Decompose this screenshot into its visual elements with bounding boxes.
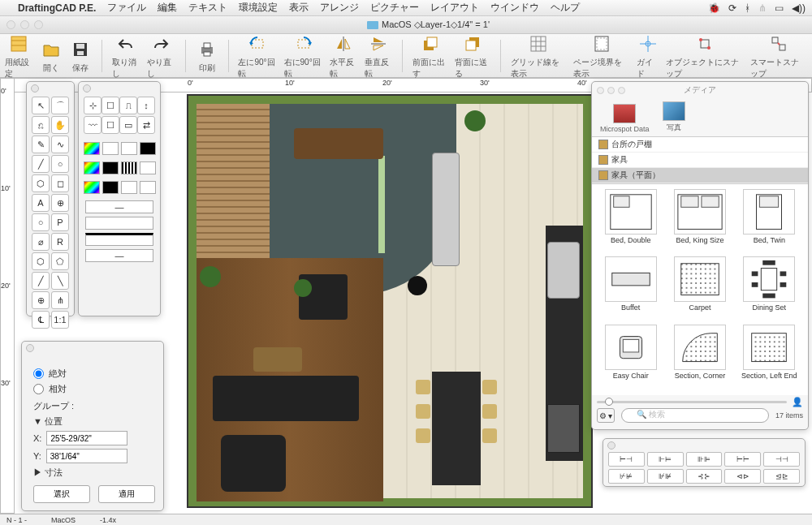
arc-tool[interactable]: ⌒ [51, 97, 69, 114]
media-item-buffet[interactable]: Buffet [597, 256, 664, 322]
toolbar-rotate-right[interactable]: 右に90°回転 [284, 32, 323, 80]
polygon-tool[interactable]: ⬡ [32, 174, 50, 192]
wifi-icon[interactable]: ⋔ [758, 2, 767, 14]
rect-tool[interactable]: ◻ [51, 174, 69, 192]
media-item-carpet[interactable]: Carpet [666, 256, 733, 322]
absolute-radio[interactable]: 絶対 [33, 368, 155, 380]
dim-style-10[interactable]: ⊴⊵ [763, 469, 800, 484]
line-thin[interactable] [85, 217, 153, 230]
radius-tool[interactable]: R [51, 233, 69, 251]
media-item-bed-twin[interactable]: Bed, Twin [736, 189, 803, 255]
menu-view[interactable]: 表示 [289, 1, 309, 15]
color-picker-fill[interactable] [84, 142, 100, 155]
dim-style-6[interactable]: ⊬⊭ [608, 469, 645, 484]
text-bg[interactable] [121, 181, 137, 194]
star-tool[interactable]: ⬠ [51, 252, 69, 270]
text-color[interactable] [102, 181, 119, 194]
menu-help[interactable]: ヘルプ [551, 1, 580, 15]
media-category[interactable]: 家具 [592, 153, 808, 168]
fill-white[interactable] [102, 142, 119, 155]
dim-style-9[interactable]: ⊲⊳ [724, 469, 761, 484]
close-icon[interactable] [26, 344, 34, 352]
menu-layout[interactable]: レイアウト [430, 1, 479, 15]
toolbar-snap-object[interactable]: オブジェクトにスナップ [666, 32, 744, 80]
media-item-bed-king[interactable]: Bed, King Size [666, 189, 733, 255]
toolbar-redo[interactable]: やり直し [147, 32, 175, 80]
toolbar-smart-snap[interactable]: スマートスナップ [750, 32, 807, 80]
bug-icon[interactable]: 🐞 [708, 2, 720, 14]
toolbar-flip-vertical[interactable]: 垂直反転 [365, 32, 393, 80]
ellipse-tool[interactable]: ○ [32, 213, 50, 231]
stroke-tool[interactable]: ⎍ [119, 97, 137, 114]
panel-traffic-lights[interactable] [597, 87, 625, 94]
thumbnail-size-slider[interactable]: 👤 [597, 397, 803, 407]
media-search-input[interactable]: 🔍 検索 [621, 408, 769, 423]
y-input[interactable] [46, 449, 127, 463]
relative-radio[interactable]: 相対 [33, 383, 155, 395]
bluetooth-icon[interactable]: ᚼ [745, 2, 750, 14]
toolbar-open[interactable]: 開く [40, 38, 63, 74]
media-category[interactable]: 台所の戸棚 [592, 137, 808, 153]
media-item-dining-set[interactable]: Dining Set [736, 256, 803, 322]
media-category-selected[interactable]: 家具（平面） [592, 168, 808, 183]
marquee-tool[interactable]: ⎌ [32, 116, 50, 134]
centerline-tool[interactable]: ℄ [32, 311, 50, 329]
position-label[interactable]: 位置 [45, 416, 63, 426]
line-end-arrow[interactable]: — [85, 249, 153, 262]
dim-style-7[interactable]: ⊮⊯ [647, 469, 684, 484]
dimension-label[interactable]: 寸法 [45, 467, 63, 477]
stroke-none[interactable] [140, 161, 156, 174]
arrow-tool[interactable]: ↕ [137, 97, 155, 114]
diameter-tool[interactable]: ⌀ [32, 233, 50, 251]
polygon2-tool[interactable]: ⬡ [32, 252, 50, 270]
toolbar-page-setup[interactable]: 用紙設定 [5, 32, 33, 80]
fill-none[interactable] [121, 142, 137, 155]
coordinates-panel[interactable]: 絶対 相対 グループ : ▼ 位置 X: Y: ▶ 寸法 選択 適用 [21, 341, 164, 511]
dim-style-4[interactable]: ⊢⊢ [724, 452, 761, 467]
toolbar-guides[interactable]: ガイド [637, 32, 659, 80]
color-picker-stroke[interactable] [84, 161, 100, 174]
media-item-section-corner[interactable]: Section, Corner [666, 325, 733, 390]
window-traffic-lights[interactable] [6, 20, 43, 29]
toolbar-show-grid[interactable]: グリッド線を表示 [511, 32, 568, 80]
media-library-panel[interactable]: メディア Microspot Data 写真 台所の戸棚 家具 家具（平面） B… [591, 81, 809, 430]
dim-style-3[interactable]: ⊪⊫ [686, 452, 723, 467]
vertical-ruler[interactable]: 0' 10' 20' 30' [0, 78, 15, 514]
attributes-palette[interactable]: ⊹ ☐ ⎍ ↕ 〰 ☐ ▭ ⇄ — — [78, 81, 161, 316]
text-tool[interactable]: A [32, 194, 50, 212]
x-input[interactable] [46, 431, 127, 445]
toolbar-bring-front[interactable]: 前面に出す [412, 32, 448, 80]
toolbar-save[interactable]: 保存 [69, 38, 92, 74]
menu-arrange[interactable]: アレンジ [320, 1, 359, 15]
menu-window[interactable]: ウインドウ [490, 1, 539, 15]
rect3-tool[interactable]: ▭ [119, 116, 137, 134]
parallel-line-tool[interactable]: ╱ [32, 272, 50, 290]
media-item-section-left[interactable]: Section, Left End [736, 325, 803, 390]
media-settings-button[interactable]: ⚙ ▾ [597, 408, 615, 423]
swap-tool[interactable]: ⇄ [137, 116, 155, 134]
toolbar-rotate-left[interactable]: 左に90°回転 [238, 32, 277, 80]
close-icon[interactable] [31, 84, 39, 93]
center-tool[interactable]: ⊕ [32, 291, 50, 309]
toolbar-show-page-bounds[interactable]: ページ境界を表示 [573, 32, 630, 80]
menu-edit[interactable]: 編集 [158, 1, 177, 15]
parallel-tool[interactable]: P [51, 213, 69, 231]
pen-tool[interactable]: ✎ [32, 136, 50, 153]
align-tool[interactable]: ⊹ [84, 97, 102, 114]
drawing-tools-palette[interactable]: ↖ ⌒ ⎌ ✋ ✎ ∿ ╱ ○ ⬡ ◻ A ⊕ ○ P ⌀ R ⬡ ⬠ ╱ ╲ … [26, 81, 75, 316]
menu-picture[interactable]: ピクチャー [370, 1, 419, 15]
close-icon[interactable] [607, 441, 615, 450]
media-item-easy-chair[interactable]: Easy Chair [597, 325, 664, 390]
app-name-menu[interactable]: DraftingCAD P.E. [18, 2, 96, 14]
battery-icon[interactable]: ▭ [775, 2, 784, 14]
menu-file[interactable]: ファイル [107, 1, 146, 15]
wave-tool[interactable]: 〰 [84, 116, 102, 134]
hand-tool[interactable]: ✋ [51, 116, 69, 134]
toolbar-undo[interactable]: 取り消し [112, 32, 140, 80]
volume-icon[interactable]: ◀)) [792, 2, 806, 14]
rect2-tool[interactable]: ☐ [102, 116, 119, 134]
floorplan-drawing[interactable] [187, 94, 593, 508]
stroke-style[interactable] [121, 161, 137, 174]
media-tab-microspot[interactable]: Microspot Data [600, 104, 650, 133]
hatch-tool[interactable]: ╲ [51, 272, 69, 290]
